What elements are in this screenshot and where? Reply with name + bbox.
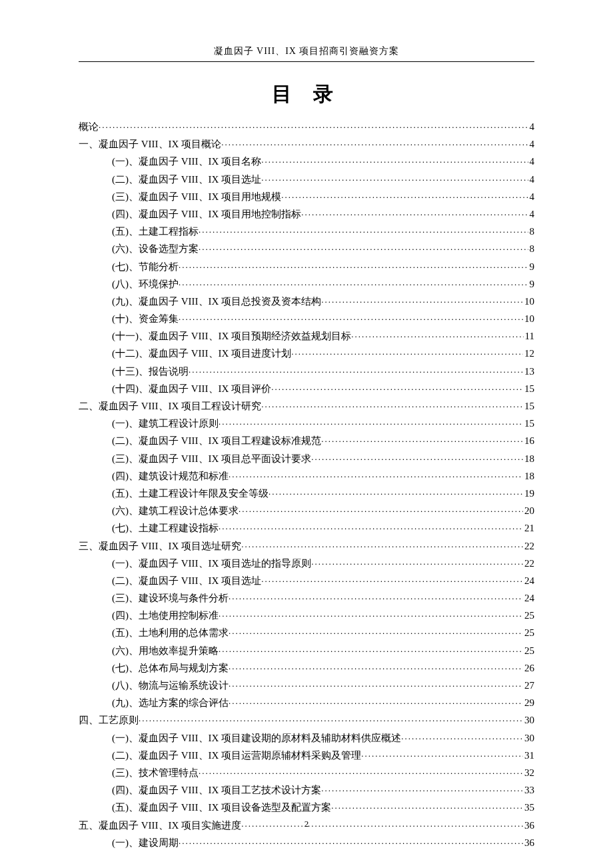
toc-entry-page: 26 bbox=[523, 663, 534, 673]
toc-leader-dots bbox=[241, 539, 523, 549]
toc-entry: (一)、凝血因子 VIII、IX 项目名称4 bbox=[79, 155, 534, 167]
toc-leader-dots bbox=[269, 487, 523, 497]
toc-entry: (五)、土建工程设计年限及安全等级19 bbox=[79, 487, 534, 499]
toc-entry: (四)、建筑设计规范和标准18 bbox=[79, 469, 534, 481]
toc-entry-label: (一)、凝血因子 VIII、IX 项目选址的指导原则 bbox=[112, 559, 311, 569]
toc-leader-dots bbox=[401, 731, 523, 741]
toc-leader-dots bbox=[199, 242, 528, 252]
toc-leader-dots bbox=[239, 504, 523, 514]
toc-entry: (一)、建筑工程设计原则15 bbox=[79, 417, 534, 429]
toc-leader-dots bbox=[139, 713, 523, 723]
toc-entry: (六)、设备选型方案8 bbox=[79, 242, 534, 254]
toc-entry-page: 9 bbox=[528, 262, 535, 272]
toc-leader-dots bbox=[179, 260, 528, 270]
toc-entry-label: (二)、凝血因子 VIII、IX 项目选址 bbox=[112, 576, 261, 586]
toc-entry-label: (六)、用地效率提升策略 bbox=[112, 646, 219, 656]
toc-entry: (七)、总体布局与规划方案26 bbox=[79, 661, 534, 673]
toc-entry-page: 18 bbox=[523, 454, 534, 464]
toc-entry-label: (四)、土地使用控制标准 bbox=[112, 611, 219, 621]
toc-entry-label: 四、工艺原则 bbox=[79, 715, 139, 725]
toc-entry-page: 10 bbox=[523, 297, 534, 307]
toc-entry-label: (一)、建筑工程设计原则 bbox=[112, 419, 219, 429]
toc-entry-label: (二)、凝血因子 VIII、IX 项目选址 bbox=[112, 175, 261, 185]
toc-entry-page: 16 bbox=[523, 436, 534, 446]
toc-entry-page: 10 bbox=[523, 314, 534, 324]
toc-entry-label: (十一)、凝血因子 VIII、IX 项目预期经济效益规划目标 bbox=[112, 331, 351, 341]
toc-entry: (二)、凝血因子 VIII、IX 项目选址4 bbox=[79, 173, 534, 185]
toc-entry: (六)、用地效率提升策略25 bbox=[79, 644, 534, 656]
toc-leader-dots bbox=[281, 190, 528, 200]
toc-entry-label: (二)、凝血因子 VIII、IX 项目运营期原辅材料采购及管理 bbox=[112, 751, 361, 761]
toc-entry-label: (九)、凝血因子 VIII、IX 项目总投资及资本结构 bbox=[112, 297, 321, 307]
toc-entry-label: (三)、凝血因子 VIII、IX 项目总平面设计要求 bbox=[112, 454, 311, 464]
toc-entry-page: 24 bbox=[523, 593, 534, 603]
toc-entry: (十一)、凝血因子 VIII、IX 项目预期经济效益规划目标11 bbox=[79, 329, 534, 341]
toc-leader-dots bbox=[261, 155, 528, 165]
toc-entry-page: 22 bbox=[523, 541, 534, 551]
page-header-title: 凝血因子 VIII、IX 项目招商引资融资方案 bbox=[79, 45, 534, 57]
toc-entry-label: (八)、环境保护 bbox=[112, 279, 179, 289]
toc-leader-dots bbox=[321, 434, 523, 444]
toc-entry-page: 13 bbox=[523, 367, 534, 377]
toc-leader-dots bbox=[229, 469, 523, 479]
toc-entry-label: 二、凝血因子 VIII、IX 项目工程设计研究 bbox=[79, 401, 261, 411]
toc-entry: (七)、节能分析9 bbox=[79, 260, 534, 272]
toc-leader-dots bbox=[179, 277, 528, 287]
toc-leader-dots bbox=[229, 626, 523, 636]
toc-entry: (七)、土建工程建设指标21 bbox=[79, 521, 534, 533]
toc-leader-dots bbox=[351, 329, 523, 339]
toc-entry-page: 31 bbox=[523, 751, 534, 761]
toc-entry: (六)、建筑工程设计总体要求20 bbox=[79, 504, 534, 516]
toc-leader-dots bbox=[199, 225, 528, 235]
toc-entry-page: 30 bbox=[523, 715, 534, 725]
toc-entry: (三)、凝血因子 VIII、IX 项目用地规模4 bbox=[79, 190, 534, 202]
toc-entry-label: 三、凝血因子 VIII、IX 项目选址研究 bbox=[79, 541, 241, 551]
toc-entry-page: 29 bbox=[523, 698, 534, 708]
toc-entry-page: 30 bbox=[523, 733, 534, 743]
toc-leader-dots bbox=[361, 749, 523, 759]
toc-entry: (四)、凝血因子 VIII、IX 项目工艺技术设计方案33 bbox=[79, 783, 534, 795]
toc-leader-dots bbox=[229, 679, 523, 689]
toc-leader-dots bbox=[311, 557, 523, 567]
toc-entry-label: (六)、建筑工程设计总体要求 bbox=[112, 506, 239, 516]
toc-entry: 三、凝血因子 VIII、IX 项目选址研究22 bbox=[79, 539, 534, 551]
toc-entry-page: 19 bbox=[523, 489, 534, 499]
toc-entry: (四)、土地使用控制标准25 bbox=[79, 609, 534, 621]
toc-leader-dots bbox=[291, 347, 523, 357]
toc-entry-page: 8 bbox=[528, 244, 535, 254]
toc-leader-dots bbox=[301, 207, 528, 217]
toc-entry-page: 35 bbox=[523, 803, 534, 813]
toc-leader-dots bbox=[271, 382, 523, 392]
toc-leader-dots bbox=[321, 295, 523, 305]
toc-entry-label: (四)、建筑设计规范和标准 bbox=[112, 471, 229, 481]
toc-entry: (一)、凝血因子 VIII、IX 项目选址的指导原则22 bbox=[79, 557, 534, 569]
toc-entry: (二)、凝血因子 VIII、IX 项目运营期原辅材料采购及管理31 bbox=[79, 749, 534, 761]
toc-leader-dots bbox=[229, 661, 523, 671]
toc-entry: 二、凝血因子 VIII、IX 项目工程设计研究15 bbox=[79, 399, 534, 411]
toc-entry: (五)、土建工程指标8 bbox=[79, 225, 534, 237]
toc-heading: 目 录 bbox=[79, 81, 534, 108]
toc-entry: 概论4 bbox=[79, 120, 534, 132]
toc-entry-label: (五)、土地利用的总体需求 bbox=[112, 628, 229, 638]
toc-entry-page: 4 bbox=[528, 192, 535, 202]
toc-leader-dots bbox=[261, 574, 523, 584]
toc-entry-label: (一)、建设周期 bbox=[112, 838, 179, 848]
toc-leader-dots bbox=[229, 591, 523, 601]
toc-entry-label: 一、凝血因子 VIII、IX 项目概论 bbox=[79, 139, 221, 149]
toc-entry: (八)、环境保护9 bbox=[79, 277, 534, 289]
toc-entry-page: 27 bbox=[523, 681, 534, 691]
toc-entry: (一)、建设周期36 bbox=[79, 836, 534, 848]
toc-leader-dots bbox=[311, 452, 523, 462]
toc-entry-label: (九)、选址方案的综合评估 bbox=[112, 698, 229, 708]
toc-entry-label: (三)、技术管理特点 bbox=[112, 768, 199, 778]
toc-entry-page: 25 bbox=[523, 611, 534, 621]
toc-entry-page: 4 bbox=[528, 157, 535, 167]
toc-entry-label: (十二)、凝血因子 VIII、IX 项目进度计划 bbox=[112, 349, 291, 359]
toc-entry-page: 15 bbox=[523, 419, 534, 429]
toc-leader-dots bbox=[99, 120, 528, 130]
toc-entry-label: (十三)、报告说明 bbox=[112, 367, 189, 377]
toc-leader-dots bbox=[219, 417, 523, 427]
toc-entry-page: 25 bbox=[523, 646, 534, 656]
toc-entry: (十四)、凝血因子 VIII、IX 项目评价15 bbox=[79, 382, 534, 394]
toc-leader-dots bbox=[219, 521, 523, 531]
